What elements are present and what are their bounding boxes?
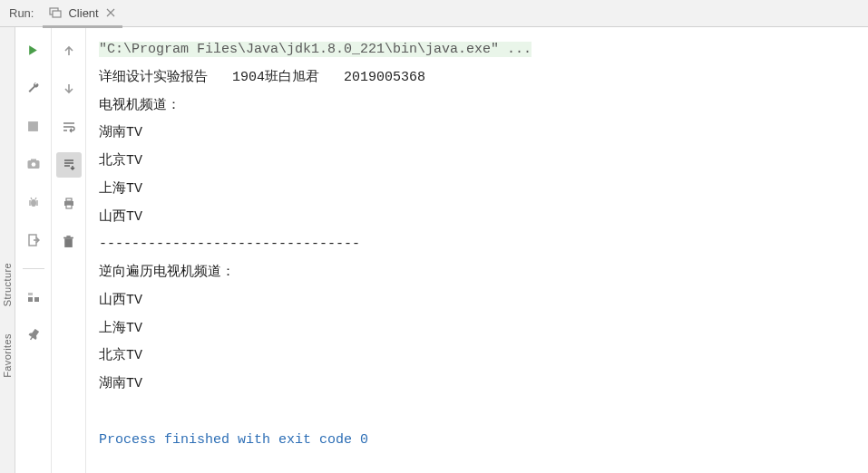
- wrench-icon[interactable]: [22, 76, 45, 100]
- svg-rect-14: [64, 238, 73, 247]
- left-tool-strip: Structure Favorites: [0, 27, 15, 473]
- svg-rect-10: [28, 293, 33, 295]
- layout-icon[interactable]: [22, 285, 45, 309]
- up-arrow-icon[interactable]: [56, 38, 82, 63]
- svg-rect-8: [28, 297, 33, 302]
- console-output[interactable]: "C:\Program Files\Java\jdk1.8.0_221\bin\…: [86, 27, 868, 473]
- svg-point-6: [31, 199, 36, 207]
- pin-icon[interactable]: [22, 323, 45, 347]
- run-tool-column-right: [52, 27, 86, 473]
- svg-rect-13: [66, 205, 72, 208]
- svg-rect-1: [53, 11, 61, 17]
- svg-rect-16: [66, 236, 70, 237]
- console-lines: 详细设计实验报告 1904班白旭君 2019005368 电视机频道： 湖南TV…: [99, 70, 425, 391]
- run-header: Run: Client: [0, 0, 868, 27]
- close-icon[interactable]: [104, 6, 117, 19]
- exit-line: Process finished with exit code 0: [99, 432, 368, 448]
- run-tab-client[interactable]: Client: [43, 1, 122, 28]
- command-line: "C:\Program Files\Java\jdk1.8.0_221\bin\…: [99, 42, 532, 57]
- bug-icon[interactable]: [22, 190, 45, 214]
- run-tab-title: Client: [68, 6, 98, 20]
- svg-point-5: [31, 162, 35, 167]
- rerun-icon[interactable]: [22, 38, 45, 62]
- svg-rect-4: [31, 159, 36, 161]
- svg-rect-9: [34, 297, 39, 302]
- run-body: Structure Favorites: [0, 27, 868, 473]
- run-tool-column-left: [15, 27, 52, 473]
- separator: [23, 268, 44, 269]
- scroll-to-end-icon[interactable]: [56, 152, 82, 178]
- trash-icon[interactable]: [56, 228, 82, 254]
- sidebar-item-structure[interactable]: Structure: [2, 263, 13, 306]
- exit-icon[interactable]: [22, 228, 45, 252]
- run-config-icon: [48, 5, 63, 20]
- stop-icon[interactable]: [22, 114, 45, 138]
- svg-rect-12: [66, 198, 72, 201]
- run-label: Run:: [9, 6, 34, 20]
- camera-icon[interactable]: [22, 152, 45, 176]
- svg-rect-2: [28, 121, 38, 131]
- soft-wrap-icon[interactable]: [56, 114, 82, 140]
- down-arrow-icon[interactable]: [56, 76, 82, 101]
- svg-rect-15: [63, 236, 73, 238]
- print-icon[interactable]: [56, 190, 82, 216]
- sidebar-item-favorites[interactable]: Favorites: [2, 333, 13, 378]
